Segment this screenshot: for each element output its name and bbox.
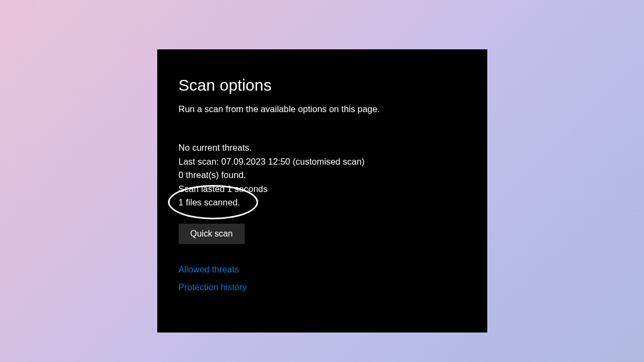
files-scanned-text: 1 files scanned.: [179, 196, 466, 210]
scan-status-block: No current threats. Last scan: 07.09.202…: [179, 141, 466, 210]
protection-history-link[interactable]: Protection history: [179, 282, 466, 292]
page-title: Scan options: [179, 76, 466, 94]
threats-found-text: 0 threat(s) found.: [179, 168, 466, 182]
scan-duration-text: Scan lasted 1 seconds: [179, 182, 466, 196]
last-scan-text: Last scan: 07.09.2023 12:50 (customised …: [179, 155, 466, 169]
quick-scan-button[interactable]: Quick scan: [179, 224, 245, 244]
no-threats-text: No current threats.: [179, 141, 466, 155]
scan-options-window: Scan options Run a scan from the availab…: [157, 49, 487, 333]
page-subtitle: Run a scan from the available options on…: [179, 104, 466, 114]
allowed-threats-link[interactable]: Allowed threats: [179, 264, 466, 275]
links-section: Allowed threats Protection history: [179, 264, 466, 292]
